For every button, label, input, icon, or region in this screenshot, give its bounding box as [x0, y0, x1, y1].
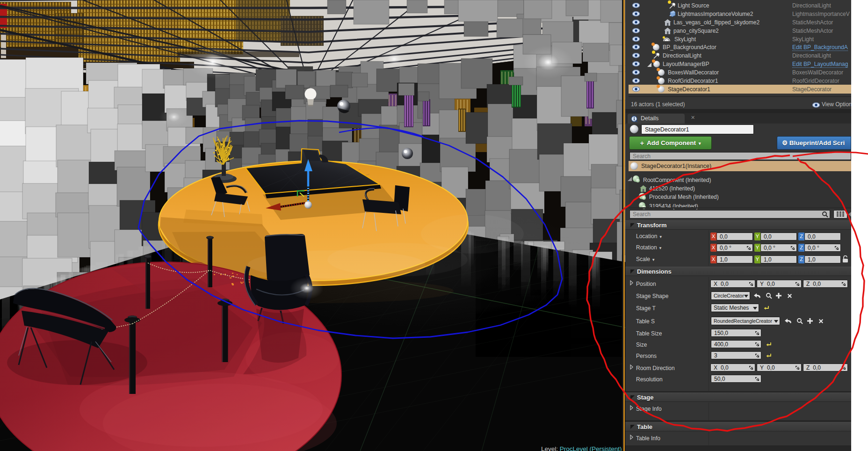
svg-text:+: + [669, 14, 672, 18]
svg-text:Level: ProcLevel (Persistent): Level: ProcLevel (Persistent) [541, 445, 622, 451]
